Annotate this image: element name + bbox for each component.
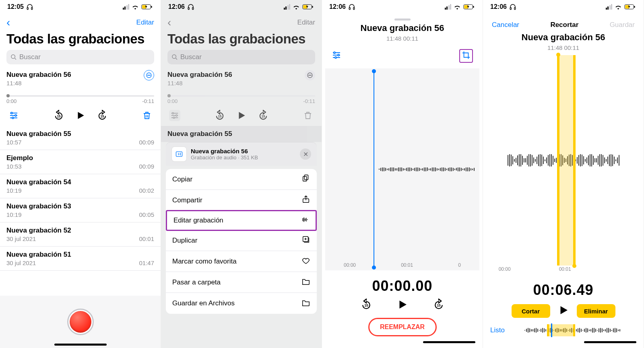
- rewind-15-button[interactable]: 15: [360, 299, 372, 312]
- recording-row-selected: Nueva grabación 56 11:48: [161, 67, 322, 91]
- svg-point-10: [11, 112, 12, 114]
- trim-footer: Listo document.write(Array.from({length:…: [490, 324, 636, 336]
- svg-rect-45: [510, 8, 511, 10]
- search-input[interactable]: Buscar: [167, 50, 315, 64]
- svg-rect-16: [192, 8, 194, 10]
- current-time: 00:06.49: [490, 282, 636, 299]
- replace-button[interactable]: REEMPLAZAR: [368, 318, 437, 336]
- play-button[interactable]: [396, 299, 409, 312]
- svg-point-23: [310, 75, 310, 75]
- svg-rect-19: [312, 6, 313, 8]
- svg-point-27: [173, 117, 175, 119]
- delete-selection-button[interactable]: Eliminar: [577, 304, 615, 318]
- time-remaining: -0:11: [303, 98, 315, 104]
- action-icon: [301, 277, 310, 288]
- action-marcar-como-favorita[interactable]: Marcar como favorita: [166, 251, 317, 272]
- wifi-icon: [615, 4, 622, 10]
- home-indicator[interactable]: [423, 341, 475, 343]
- cut-button[interactable]: Cortar: [512, 304, 550, 318]
- recording-title: Nueva grabación 55: [167, 130, 315, 138]
- rewind-15-button[interactable]: 15: [53, 110, 64, 121]
- action-label: Duplicar: [172, 237, 197, 245]
- svg-rect-32: [303, 176, 307, 181]
- recording-subtitle: 10:53: [6, 163, 22, 170]
- back-button[interactable]: ‹: [167, 17, 171, 28]
- recording-row[interactable]: Nueva grabación 5410:1900:02: [0, 174, 161, 198]
- crop-icon: [462, 51, 471, 60]
- record-button[interactable]: [68, 310, 93, 334]
- cancel-button[interactable]: Cancelar: [492, 21, 519, 29]
- editor-subtitle: 11:48 00:11: [329, 35, 475, 42]
- sliders-icon: [9, 111, 19, 120]
- enhance-button[interactable]: [332, 50, 341, 62]
- action-label: Copiar: [172, 175, 192, 183]
- recording-title: Nueva grabación 55: [6, 130, 154, 138]
- clock: 12:06: [490, 3, 507, 10]
- rewind-15-icon: 15: [360, 299, 372, 311]
- action-guardar-en-archivos[interactable]: Guardar en Archivos: [166, 293, 317, 314]
- playback-scrubber[interactable]: [6, 95, 154, 97]
- play-button[interactable]: [557, 304, 570, 318]
- waveform: document.write(Array.from({length:60},(_…: [379, 167, 475, 172]
- clock: 12:06: [329, 3, 346, 10]
- recording-row[interactable]: Nueva grabación 5510:5700:09: [0, 126, 161, 150]
- scrubber-thumb[interactable]: [6, 94, 10, 97]
- back-button[interactable]: ‹: [6, 17, 10, 28]
- mini-timeline[interactable]: document.write(Array.from({length:60},(_…: [509, 324, 636, 336]
- more-options-button[interactable]: [305, 70, 315, 80]
- recording-subtitle: 10:57: [6, 139, 22, 146]
- forward-15-button[interactable]: 15: [97, 110, 108, 121]
- action-editar-grabación[interactable]: Editar grabación: [166, 210, 317, 231]
- screen-trim: 12:06 Cancelar Recortar Guardar Nueva gr…: [483, 0, 644, 348]
- trim-waveform-area[interactable]: document.write(Array.from({length:70},(_…: [486, 54, 640, 274]
- home-indicator[interactable]: [584, 341, 636, 343]
- trim-button[interactable]: [459, 49, 473, 63]
- recording-title: Nueva grabación 54: [6, 178, 154, 186]
- recording-row[interactable]: Ejemplo10:5300:09: [0, 150, 161, 174]
- delete-button[interactable]: [141, 110, 153, 121]
- action-label: Guardar en Archivos: [172, 299, 235, 307]
- action-duplicar[interactable]: Duplicar: [166, 230, 317, 251]
- trim-title: Recortar: [550, 21, 578, 29]
- play-button: [236, 110, 247, 121]
- signal-icon: [284, 4, 291, 10]
- screen-editor: 12:06 Nueva grabación 56 11:48 00:11 doc…: [322, 0, 483, 348]
- mini-playhead[interactable]: [551, 323, 552, 337]
- recording-row-selected[interactable]: Nueva grabación 56 11:48: [0, 67, 161, 91]
- action-copiar[interactable]: Copiar: [166, 169, 317, 190]
- action-pasar-a-carpeta[interactable]: Pasar a carpeta: [166, 272, 317, 293]
- svg-point-24: [311, 75, 311, 75]
- playhead[interactable]: [374, 71, 374, 268]
- home-indicator[interactable]: [54, 344, 107, 346]
- options-button: [169, 110, 180, 121]
- time-ticks: 00:0000:010: [344, 262, 461, 268]
- recording-duration: 00:09: [139, 163, 154, 170]
- forward-15-button[interactable]: 15: [433, 299, 445, 312]
- svg-point-12: [12, 117, 14, 119]
- svg-rect-49: [634, 6, 635, 8]
- recording-title: Nueva grabación 56: [167, 71, 315, 79]
- sheet-header: Nueva grabación 56 Grabación de audio · …: [166, 142, 317, 166]
- play-button[interactable]: [75, 110, 86, 121]
- recording-title: Nueva grabación 56: [6, 71, 154, 79]
- edit-button[interactable]: Editar: [136, 19, 154, 27]
- waveform-area[interactable]: document.write(Array.from({length:60},(_…: [325, 68, 479, 270]
- edit-button[interactable]: Editar: [297, 19, 315, 27]
- action-compartir[interactable]: Compartir: [166, 190, 317, 211]
- time-elapsed: 0:00: [6, 98, 17, 104]
- search-input[interactable]: Buscar: [6, 50, 154, 64]
- done-button[interactable]: Listo: [490, 326, 505, 334]
- svg-point-26: [176, 115, 178, 116]
- more-options-button[interactable]: [144, 70, 154, 80]
- svg-rect-4: [151, 6, 152, 8]
- recording-row[interactable]: Nueva grabación 5230 jul 202100:01: [0, 222, 161, 247]
- options-button[interactable]: [8, 110, 19, 121]
- recording-row[interactable]: Nueva grabación 5310:1900:05: [0, 198, 161, 222]
- action-icon: [301, 195, 310, 206]
- ellipsis-icon: [146, 72, 152, 78]
- action-label: Compartir: [172, 196, 202, 204]
- close-sheet-button[interactable]: ✕: [300, 148, 311, 160]
- recording-row[interactable]: Nueva grabación 5130 jul 202101:47: [0, 247, 161, 271]
- trim-selection[interactable]: [557, 55, 576, 266]
- grabber[interactable]: [394, 19, 411, 21]
